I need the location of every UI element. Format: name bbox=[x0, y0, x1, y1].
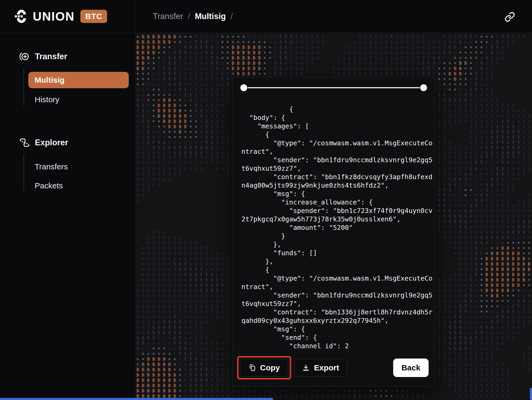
slider-handle-right[interactable] bbox=[420, 84, 427, 91]
horizontal-scrollbar-thumb[interactable] bbox=[0, 398, 273, 400]
sidebar-item-label: History bbox=[35, 95, 59, 104]
sidebar-section-transfer[interactable]: Transfer bbox=[19, 49, 67, 64]
breadcrumb-separator: / bbox=[188, 12, 190, 21]
export-button-label: Export bbox=[314, 363, 339, 372]
sidebar: Transfer Multisig History Explorer Trans… bbox=[0, 33, 135, 400]
export-button[interactable]: Export bbox=[294, 359, 347, 376]
sidebar-section-explorer[interactable]: Explorer bbox=[19, 135, 68, 150]
copy-button-label: Copy bbox=[260, 363, 280, 372]
sidebar-item-history[interactable]: History bbox=[35, 92, 59, 107]
slider-handle-left[interactable] bbox=[240, 84, 247, 91]
signer-progress-slider bbox=[232, 77, 435, 98]
copy-button-highlight: Copy bbox=[237, 356, 291, 379]
brand-name: UNION bbox=[33, 9, 75, 24]
modal-footer: Copy Export Back bbox=[232, 349, 435, 387]
top-header: UNION BTC Transfer / Multisig / bbox=[0, 0, 532, 33]
sidebar-label-explorer: Explorer bbox=[35, 138, 68, 147]
breadcrumb-transfer[interactable]: Transfer bbox=[153, 12, 183, 21]
breadcrumb-separator: / bbox=[231, 12, 233, 21]
download-icon bbox=[302, 364, 310, 371]
tree-indent-line bbox=[24, 68, 24, 106]
sidebar-item-label: Transfers bbox=[35, 162, 68, 171]
sidebar-item-label: Packets bbox=[35, 181, 63, 190]
share-link-button[interactable] bbox=[505, 12, 515, 22]
slider-track bbox=[248, 87, 420, 88]
brand-logo[interactable]: UNION BTC bbox=[14, 9, 107, 24]
back-button-label: Back bbox=[401, 363, 420, 372]
back-button[interactable]: Back bbox=[393, 359, 429, 377]
header-divider bbox=[135, 0, 135, 33]
transaction-json-code: { "body": { "messages": [ { "@type": "/c… bbox=[232, 98, 435, 349]
sidebar-item-packets[interactable]: Packets bbox=[35, 178, 63, 193]
btc-badge: BTC bbox=[80, 10, 107, 23]
breadcrumb-multisig[interactable]: Multisig bbox=[195, 12, 226, 21]
sidebar-item-label: Multisig bbox=[35, 76, 65, 85]
transaction-json-viewer[interactable]: { "body": { "messages": [ { "@type": "/c… bbox=[232, 98, 435, 349]
multisig-transaction-modal: { "body": { "messages": [ { "@type": "/c… bbox=[232, 77, 435, 387]
vertical-scrollbar-thumb[interactable] bbox=[530, 388, 532, 400]
sidebar-item-transfers[interactable]: Transfers bbox=[35, 159, 68, 174]
link-icon bbox=[505, 12, 515, 22]
copy-button[interactable]: Copy bbox=[240, 359, 288, 376]
sidebar-item-multisig[interactable]: Multisig bbox=[28, 72, 129, 88]
breadcrumb: Transfer / Multisig / bbox=[153, 0, 233, 33]
tree-indent-line bbox=[24, 154, 24, 192]
explorer-icon bbox=[19, 137, 30, 148]
transfer-icon bbox=[19, 51, 30, 62]
app-window: ×₿₿₿₿₿₿₿×××∷∷∷∷∷×××××∷∷∷∷∷∷§§§$$$$$$ $$$… bbox=[0, 0, 532, 400]
copy-icon bbox=[249, 364, 256, 371]
sidebar-label-transfer: Transfer bbox=[35, 52, 67, 61]
union-logo-icon bbox=[14, 9, 29, 24]
